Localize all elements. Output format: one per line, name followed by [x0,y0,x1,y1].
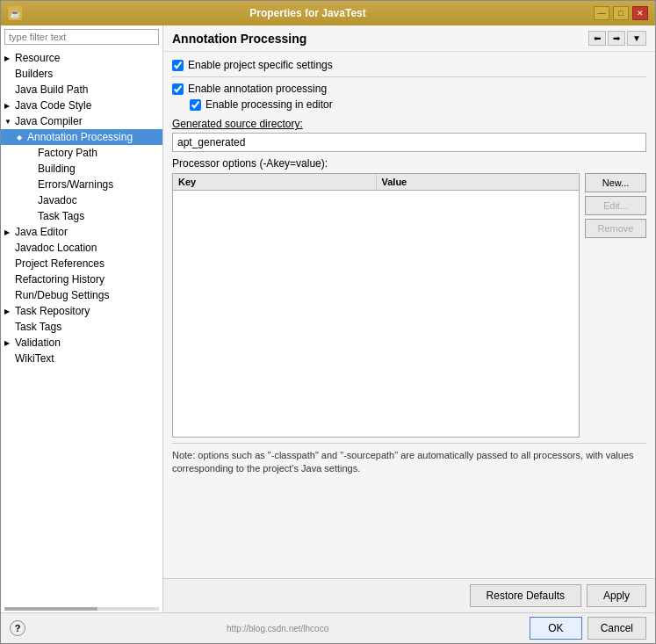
sidebar-item-wikitext[interactable]: WikiText [1,351,162,366]
no-arrow [4,244,15,252]
panel-navigation: ⬅ ➡ ▼ [588,31,646,46]
new-button[interactable]: New... [585,173,646,192]
table-body [173,191,579,437]
ok-button[interactable]: OK [530,617,581,640]
watermark-text: http://blog.csdn.net/lhcoco [227,624,328,633]
nav-forward-button[interactable]: ➡ [608,31,625,46]
nav-back-button[interactable]: ⬅ [588,31,606,46]
sidebar-item-label: Refactoring History [15,273,105,286]
sidebar-item-task-repository[interactable]: ▶ Task Repository [1,303,162,319]
enable-editor-label[interactable]: Enable processing in editor [205,98,333,111]
sidebar-item-label: Task Tags [15,321,61,333]
panel-header: Annotation Processing ⬅ ➡ ▼ [163,25,655,52]
sidebar-item-label: Project References [15,257,105,270]
sidebar-item-task-tags[interactable]: Task Tags [1,208,162,224]
expand-arrow: ▶ [4,228,15,236]
no-arrow [27,165,38,173]
scrollbar-thumb [4,607,97,611]
collapse-arrow: ▼ [4,118,15,126]
no-arrow [4,276,15,284]
sidebar-item-java-build-path[interactable]: Java Build Path [1,82,162,98]
sidebar-item-label: Java Code Style [15,99,91,112]
sidebar-item-annotation-processing[interactable]: ◆ Annotation Processing [1,129,162,145]
sidebar-item-building[interactable]: Building [1,161,162,177]
key-column-header: Key [173,174,377,190]
remove-button[interactable]: Remove [585,219,646,238]
sidebar-item-errors-warnings[interactable]: Errors/Warnings [1,177,162,192]
enable-annotation-label[interactable]: Enable annotation processing [188,83,327,95]
main-content: ▶ Resource Builders Java Build Path ▶ Ja… [1,25,655,612]
sidebar-item-resource[interactable]: ▶ Resource [1,50,162,66]
sidebar-item-factory-path[interactable]: Factory Path [1,145,162,161]
no-arrow [4,260,15,268]
sidebar-item-task-tags2[interactable]: Task Tags [1,319,162,335]
minimize-button[interactable]: — [594,6,609,20]
expand-arrow: ▶ [4,308,15,315]
no-arrow [4,355,15,363]
app-icon: ☕ [8,6,22,20]
item-dot: ◆ [17,134,27,141]
sidebar-item-label: Javadoc Location [15,242,97,254]
processor-table: Key Value [172,173,580,438]
close-button[interactable]: ✕ [632,6,648,20]
sidebar-item-label: WikiText [15,352,54,365]
sidebar-item-label: Run/Debug Settings [15,289,109,301]
expand-arrow: ▶ [4,102,15,110]
expand-arrow: ▶ [4,339,15,347]
sidebar-item-label: Java Compiler [15,115,83,127]
filter-input[interactable] [4,29,159,45]
help-button[interactable]: ? [10,620,25,636]
panel-body: Enable project specific settings Enable … [163,52,655,578]
no-arrow [27,149,38,157]
sidebar-item-run-debug-settings[interactable]: Run/Debug Settings [1,287,162,303]
enable-annotation-row: Enable annotation processing [172,83,646,95]
sidebar-item-label: Java Editor [15,226,68,238]
sidebar-scrollbar[interactable] [4,607,159,611]
sidebar-item-label: Factory Path [38,147,97,159]
edit-button[interactable]: Edit... [585,196,646,215]
panel-title: Annotation Processing [172,32,306,46]
main-window: ☕ Properties for JavaTest — □ ✕ ▶ Resour… [0,0,656,644]
sidebar-item-refactoring-history[interactable]: Refactoring History [1,271,162,287]
sidebar-item-label: Errors/Warnings [38,178,113,191]
sidebar-item-label: Task Tags [38,210,84,222]
cancel-button[interactable]: Cancel [588,617,646,640]
sidebar-item-label: Task Repository [15,305,90,317]
titlebar: ☕ Properties for JavaTest — □ ✕ [1,1,655,25]
sidebar-item-java-compiler[interactable]: ▼ Java Compiler [1,113,162,129]
enable-project-checkbox[interactable] [172,60,184,71]
nav-dropdown-button[interactable]: ▼ [627,31,646,46]
no-arrow [4,323,15,331]
enable-editor-checkbox[interactable] [190,99,201,111]
sidebar-item-java-code-style[interactable]: ▶ Java Code Style [1,98,162,113]
sidebar-item-validation[interactable]: ▶ Validation [1,335,162,351]
table-header: Key Value [173,174,579,191]
restore-defaults-button[interactable]: Restore Defaults [470,584,581,607]
apply-button[interactable]: Apply [587,584,646,607]
sidebar-item-builders[interactable]: Builders [1,66,162,82]
sidebar-item-java-editor[interactable]: ▶ Java Editor [1,224,162,240]
sidebar-item-label: Java Build Path [15,83,88,96]
sidebar-item-label: Building [38,163,76,175]
sidebar: ▶ Resource Builders Java Build Path ▶ Ja… [1,25,163,612]
enable-annotation-checkbox[interactable] [172,83,184,95]
enable-project-label[interactable]: Enable project specific settings [188,59,333,71]
enable-project-row: Enable project specific settings [172,59,646,77]
window-controls: — □ ✕ [594,6,648,20]
sidebar-item-javadoc[interactable]: Javadoc [1,192,162,208]
value-column-header: Value [377,174,580,190]
table-area: Key Value New... Edit... Remove [172,173,646,438]
bottom-bar: Restore Defaults Apply [163,578,655,612]
options-label: Processor options (-Akey=value): [172,157,646,170]
maximize-button[interactable]: □ [613,6,629,20]
right-panel: Annotation Processing ⬅ ➡ ▼ Enable proje… [163,25,655,612]
source-dir-label: Generated source directory: [172,118,646,130]
ok-cancel-buttons: OK Cancel [530,617,646,640]
sidebar-item-label: Resource [15,52,60,64]
sidebar-item-project-references[interactable]: Project References [1,256,162,271]
no-arrow [4,86,15,94]
sidebar-item-javadoc-location[interactable]: Javadoc Location [1,240,162,256]
window-title: Properties for JavaTest [22,7,594,19]
source-dir-input[interactable] [172,133,646,152]
sidebar-item-label: Validation [15,336,61,349]
